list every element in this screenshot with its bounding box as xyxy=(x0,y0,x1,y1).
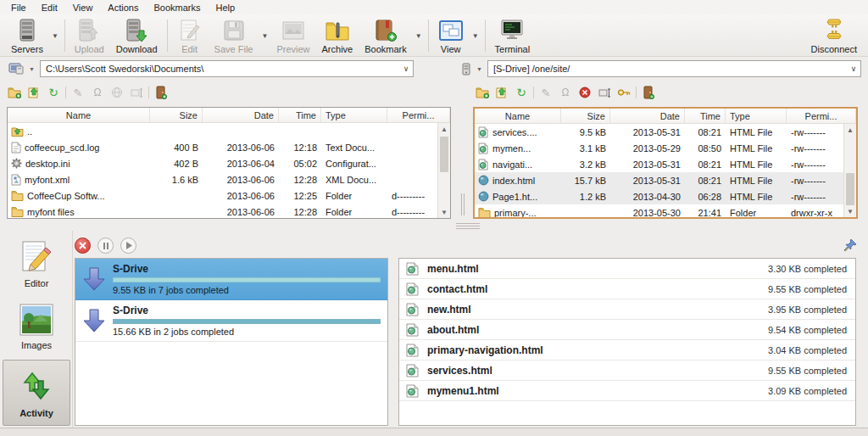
menu-item-bookmarks[interactable]: Bookmarks xyxy=(146,2,208,14)
menu-item-actions[interactable]: Actions xyxy=(100,2,146,14)
transfer-job-row[interactable]: S-Drive15.66 KB in 2 jobs completed xyxy=(75,300,387,342)
column-header-name[interactable]: Name xyxy=(475,109,561,123)
resume-transfer-button[interactable] xyxy=(120,238,136,254)
set-encoding-icon[interactable]: Ω xyxy=(90,85,105,100)
archive-button[interactable]: Archive xyxy=(316,16,359,55)
transferred-file-row[interactable]: new.html3.95 KB completed xyxy=(399,299,855,320)
refresh-icon[interactable]: ↻ xyxy=(46,85,61,100)
remote-path-combo-arrow[interactable]: ∨ xyxy=(847,64,860,73)
browse-icon[interactable] xyxy=(109,85,125,100)
table-row[interactable]: Page1.ht...1.2 kB2013-04-3006:28HTML Fil… xyxy=(475,188,843,204)
local-path-combo-arrow[interactable]: ∨ xyxy=(399,64,413,73)
rename-icon[interactable] xyxy=(129,85,144,100)
transferred-file-row[interactable]: contact.html9.55 KB completed xyxy=(399,279,855,299)
transfer-job-row[interactable]: S-Drive9.55 KB in 7 jobs completed xyxy=(75,259,387,300)
table-row[interactable]: desktop.ini402 B2013-06-0405:02Configura… xyxy=(8,155,437,171)
column-header-time[interactable]: Time xyxy=(685,109,726,123)
preview-button[interactable]: Preview xyxy=(270,16,315,55)
table-row[interactable]: myfont files2013-06-0612:28Folderd------… xyxy=(8,204,437,218)
remote-scrollbar[interactable]: ▲ ▼ xyxy=(843,124,856,217)
table-row[interactable]: CoffeeCup Softw...2013-06-0612:25Folderd… xyxy=(8,187,437,204)
table-row[interactable]: coffeecup_scd.log400 B2013-06-0612:18Tex… xyxy=(8,139,437,155)
column-header-size[interactable]: Size xyxy=(150,108,203,122)
panel-splitter-horizontal[interactable] xyxy=(456,223,480,229)
transfer-icon[interactable] xyxy=(26,85,42,100)
refresh-icon[interactable]: ↻ xyxy=(514,85,529,100)
file-size: 402 B xyxy=(150,159,203,169)
column-header-permi[interactable]: Permi... xyxy=(387,108,450,122)
view-button[interactable]: View xyxy=(432,16,470,55)
transferred-file-row[interactable]: services.html9.55 KB completed xyxy=(399,361,855,381)
sidebar-item-activity[interactable]: Activity xyxy=(3,360,70,426)
menu-item-help[interactable]: Help xyxy=(208,2,242,14)
save-file-dropdown-arrow[interactable]: ▼ xyxy=(259,16,270,55)
remote-drive-icon[interactable] xyxy=(461,63,471,75)
column-header-name[interactable]: Name xyxy=(8,108,150,122)
transferred-file-row[interactable]: primary-navigation.html3.04 KB completed xyxy=(399,340,855,361)
menu-item-file[interactable]: File xyxy=(3,2,34,14)
table-row[interactable]: mymen...3.1 kB2013-05-2908:50HTML File-r… xyxy=(475,140,843,156)
permissions-key-icon[interactable] xyxy=(616,85,632,100)
sidebar-item-editor[interactable]: Editor xyxy=(3,234,70,293)
local-path-combobox[interactable]: C:\Users\Scott Swedorski\Documents\ ∨ xyxy=(40,60,414,77)
servers-button[interactable]: Servers xyxy=(5,16,49,55)
column-header-permi[interactable]: Permi... xyxy=(787,109,856,123)
table-row[interactable]: services....9.5 kB2013-05-3108:21HTML Fi… xyxy=(475,124,843,140)
table-row[interactable]: index.html15.7 kB2013-05-3108:21HTML Fil… xyxy=(475,172,843,188)
rename-icon[interactable] xyxy=(597,85,612,100)
scroll-up-icon[interactable]: ▲ xyxy=(844,124,856,136)
remote-path-text: [S-Drive] /one/site/ xyxy=(493,64,570,74)
images-icon xyxy=(19,303,54,337)
new-folder-icon[interactable] xyxy=(475,85,490,100)
disconnect-button[interactable]: Disconnect xyxy=(805,16,863,55)
column-header-type[interactable]: Type xyxy=(726,109,787,123)
terminal-button[interactable]: Terminal xyxy=(489,16,537,55)
servers-dropdown-arrow[interactable]: ▼ xyxy=(49,16,61,55)
menu-item-view[interactable]: View xyxy=(65,2,101,14)
local-scrollbar[interactable]: ▲ ▼ xyxy=(437,123,450,218)
column-header-date[interactable]: Date xyxy=(610,109,685,123)
download-button[interactable]: Download xyxy=(110,16,164,55)
delete-icon[interactable] xyxy=(577,85,593,100)
edit-file-icon[interactable]: ✎ xyxy=(70,85,86,100)
new-folder-icon[interactable] xyxy=(7,85,22,100)
set-encoding-icon[interactable]: Ω xyxy=(558,85,573,100)
pause-transfer-button[interactable] xyxy=(97,238,114,254)
upload-button[interactable]: Upload xyxy=(69,16,110,55)
open-location-icon[interactable] xyxy=(153,85,169,100)
pin-panel-icon[interactable] xyxy=(843,238,857,252)
edit-file-icon[interactable]: ✎ xyxy=(538,85,554,100)
scroll-down-icon[interactable]: ▼ xyxy=(844,205,856,217)
transferred-file-row[interactable]: mymenu1.html3.09 KB completed xyxy=(399,381,855,401)
table-row[interactable]: navigati...3.2 kB2013-05-3108:21HTML Fil… xyxy=(475,156,843,172)
local-scroll-thumb[interactable] xyxy=(440,137,448,172)
column-header-size[interactable]: Size xyxy=(561,109,610,123)
local-source-dropdown-arrow[interactable]: ▼ xyxy=(29,66,35,72)
bookmark-dropdown-arrow[interactable]: ▼ xyxy=(413,16,425,55)
remote-source-dropdown-arrow[interactable]: ▼ xyxy=(476,66,482,72)
panel-splitter-vertical[interactable] xyxy=(461,193,465,215)
local-computer-icon[interactable] xyxy=(8,63,24,75)
close-location-icon[interactable] xyxy=(641,85,656,100)
table-row[interactable]: .. xyxy=(8,123,437,139)
transfer-icon[interactable] xyxy=(494,85,509,100)
bookmark-button[interactable]: Bookmark xyxy=(359,16,413,55)
save-file-button[interactable]: Save File xyxy=(209,16,259,55)
sidebar-item-images[interactable]: Images xyxy=(3,297,70,356)
scroll-down-icon[interactable]: ▼ xyxy=(438,206,450,218)
transferred-file-row[interactable]: about.html9.54 KB completed xyxy=(399,320,855,340)
menu-item-edit[interactable]: Edit xyxy=(34,2,65,14)
transferred-file-row[interactable]: menu.html3.30 KB completed xyxy=(399,259,855,279)
job-progress-bar xyxy=(113,277,381,282)
edit-button[interactable]: Edit xyxy=(171,16,209,55)
table-row[interactable]: primary-...2013-05-3021:41Folderdrwxr-xr… xyxy=(475,204,843,217)
remote-scroll-thumb[interactable] xyxy=(846,173,854,205)
stop-transfer-button[interactable] xyxy=(75,238,91,254)
table-row[interactable]: myfont.xml1.6 kB2013-06-0612:28XML Docu.… xyxy=(8,171,437,187)
scroll-up-icon[interactable]: ▲ xyxy=(438,123,450,135)
view-dropdown-arrow[interactable]: ▼ xyxy=(470,16,481,55)
column-header-type[interactable]: Type xyxy=(321,108,387,122)
remote-path-combobox[interactable]: [S-Drive] /one/site/ ∨ xyxy=(487,60,861,77)
column-header-date[interactable]: Date xyxy=(203,108,279,122)
column-header-time[interactable]: Time xyxy=(279,108,321,122)
